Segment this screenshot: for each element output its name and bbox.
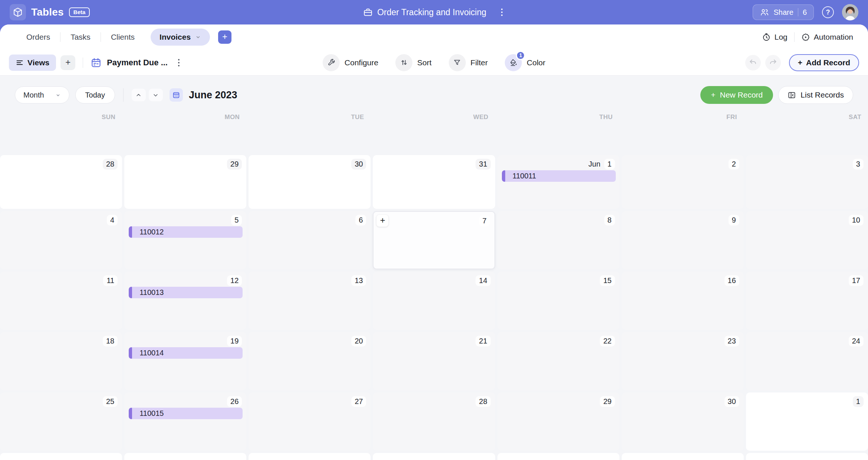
filter-button[interactable]: Filter bbox=[448, 54, 488, 71]
day-cell[interactable]: 30 bbox=[249, 155, 371, 209]
tab-invoices-active[interactable]: Invoices bbox=[151, 29, 210, 46]
user-avatar[interactable] bbox=[842, 4, 858, 20]
day-cell[interactable]: 10 bbox=[746, 211, 868, 269]
day-cell[interactable]: 2 bbox=[622, 155, 744, 209]
add-record-in-cell-button[interactable]: + bbox=[377, 215, 388, 227]
record-pill[interactable]: 110015 bbox=[129, 408, 243, 419]
funnel-icon bbox=[448, 54, 466, 71]
date-row: 3 bbox=[853, 159, 864, 170]
tab-invoices-label: Invoices bbox=[160, 33, 191, 42]
redo-button[interactable] bbox=[765, 55, 781, 70]
chevron-down-icon bbox=[195, 34, 201, 40]
date-number: 28 bbox=[103, 159, 118, 170]
day-cell[interactable] bbox=[622, 453, 744, 460]
day-cell[interactable]: 15 bbox=[497, 272, 619, 330]
day-cell[interactable]: 20 bbox=[249, 332, 371, 390]
day-cell[interactable]: 28 bbox=[373, 392, 495, 451]
record-pill[interactable]: 110011 bbox=[502, 170, 616, 182]
day-cell[interactable]: 28 bbox=[0, 155, 122, 209]
sort-button[interactable]: Sort bbox=[395, 54, 432, 71]
app-logo[interactable] bbox=[10, 4, 26, 20]
filter-label: Filter bbox=[470, 58, 488, 67]
day-cell[interactable] bbox=[373, 453, 495, 460]
date-row: 21 bbox=[476, 336, 490, 346]
day-cell[interactable]: 21 bbox=[373, 332, 495, 390]
cube-icon bbox=[13, 7, 23, 17]
list-records-button[interactable]: List Records bbox=[778, 86, 853, 104]
day-cell[interactable]: 27 bbox=[249, 392, 371, 451]
day-cell[interactable]: 31 bbox=[373, 155, 495, 209]
tab-clients[interactable]: Clients bbox=[101, 33, 145, 42]
day-cell[interactable]: 25 bbox=[0, 392, 122, 451]
current-view-name[interactable]: Payment Due ... bbox=[107, 58, 168, 68]
date-row: 30 bbox=[351, 159, 366, 170]
day-cell[interactable] bbox=[746, 453, 868, 460]
day-cell[interactable]: 23 bbox=[622, 332, 744, 390]
view-options-icon[interactable] bbox=[176, 57, 182, 69]
record-color-bar bbox=[502, 170, 505, 182]
day-cell[interactable] bbox=[249, 453, 371, 460]
workspace-more-options-icon[interactable] bbox=[499, 6, 505, 18]
color-button[interactable]: 1 Color bbox=[505, 54, 545, 71]
date-row: 6 bbox=[355, 215, 366, 226]
day-cell[interactable]: +7 bbox=[373, 211, 495, 269]
date-row: 19 bbox=[227, 336, 242, 346]
day-cell[interactable]: 8 bbox=[497, 211, 619, 269]
color-label: Color bbox=[527, 58, 545, 67]
day-cell[interactable]: 22 bbox=[497, 332, 619, 390]
day-cell[interactable] bbox=[497, 453, 619, 460]
view-mode-select[interactable]: Month bbox=[15, 86, 69, 104]
day-cell[interactable]: 24 bbox=[746, 332, 868, 390]
share-button[interactable]: Share 6 bbox=[753, 4, 814, 20]
day-cell[interactable]: Jun1110011 bbox=[497, 155, 619, 209]
add-view-button[interactable]: + bbox=[60, 55, 75, 70]
day-cell[interactable]: 11 bbox=[0, 272, 122, 330]
add-table-button[interactable]: + bbox=[218, 30, 231, 44]
day-cell[interactable]: 13 bbox=[249, 272, 371, 330]
undo-button[interactable] bbox=[745, 55, 761, 70]
add-record-button[interactable]: + Add Record bbox=[789, 54, 859, 71]
views-button[interactable]: Views bbox=[9, 55, 56, 71]
day-cell[interactable]: 5110012 bbox=[124, 211, 246, 269]
automation-button[interactable]: Automation bbox=[801, 33, 853, 42]
day-cell[interactable]: 9 bbox=[622, 211, 744, 269]
color-count-badge: 1 bbox=[516, 51, 525, 60]
day-cell[interactable] bbox=[124, 453, 246, 460]
record-pill[interactable]: 110014 bbox=[129, 347, 243, 359]
calendar-week-row: 28293031Jun111001123 bbox=[0, 155, 868, 209]
record-color-bar bbox=[129, 347, 132, 359]
day-cell[interactable]: 16 bbox=[622, 272, 744, 330]
day-cell[interactable]: 3 bbox=[746, 155, 868, 209]
day-cell[interactable]: 12110013 bbox=[124, 272, 246, 330]
day-cell[interactable]: 30 bbox=[622, 392, 744, 451]
new-record-button[interactable]: + New Record bbox=[700, 86, 773, 104]
record-pill[interactable]: 110012 bbox=[129, 226, 243, 238]
configure-button[interactable]: Configure bbox=[323, 54, 378, 71]
help-button[interactable]: ? bbox=[822, 6, 834, 18]
day-cell[interactable]: 26110015 bbox=[124, 392, 246, 451]
day-cell[interactable]: 1 bbox=[746, 392, 868, 451]
date-number: 23 bbox=[724, 336, 739, 346]
tab-orders[interactable]: Orders bbox=[16, 33, 60, 42]
plus-icon: + bbox=[222, 32, 227, 42]
log-button[interactable]: Log bbox=[762, 33, 788, 42]
chevron-down-icon bbox=[55, 92, 61, 98]
day-cell[interactable]: 29 bbox=[124, 155, 246, 209]
next-month-button[interactable] bbox=[149, 89, 163, 101]
day-cell[interactable]: 4 bbox=[0, 211, 122, 269]
main-panel: Orders Tasks Clients Invoices + Log bbox=[0, 24, 868, 460]
record-pill[interactable]: 110013 bbox=[129, 287, 243, 298]
date-row: 18 bbox=[103, 336, 118, 346]
day-cell[interactable]: 6 bbox=[249, 211, 371, 269]
day-cell[interactable]: 17 bbox=[746, 272, 868, 330]
tab-tasks[interactable]: Tasks bbox=[60, 33, 101, 42]
today-button[interactable]: Today bbox=[75, 86, 115, 104]
day-cell[interactable]: 18 bbox=[0, 332, 122, 390]
day-cell[interactable]: 29 bbox=[497, 392, 619, 451]
day-cell[interactable] bbox=[0, 453, 122, 460]
day-cell[interactable]: 19110014 bbox=[124, 332, 246, 390]
previous-month-button[interactable] bbox=[132, 89, 146, 101]
workspace-title: Order Tracking and Invoicing bbox=[377, 7, 486, 17]
views-label: Views bbox=[27, 58, 49, 67]
day-cell[interactable]: 14 bbox=[373, 272, 495, 330]
